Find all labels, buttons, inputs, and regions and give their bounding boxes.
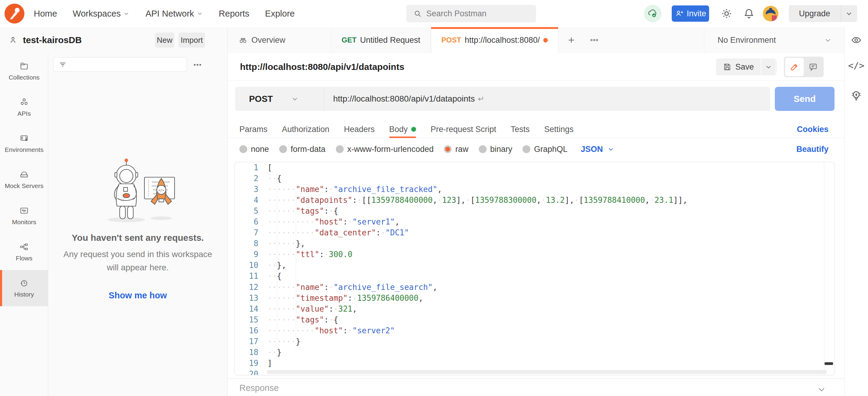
body-mode-graphql[interactable]: GraphQL (523, 145, 567, 154)
cookies-link[interactable]: Cookies (797, 121, 829, 138)
edit-mode-button[interactable] (785, 58, 804, 76)
line-number: 20 (235, 369, 268, 375)
request-title: http://localhost:8080/api/v1/datapoints (240, 53, 404, 81)
sidebar-more-options-icon[interactable] (192, 60, 203, 70)
code-line: 19] (235, 358, 834, 369)
invite-button[interactable]: Invite (672, 5, 709, 22)
nav-item-api-network[interactable]: API Network (145, 9, 203, 19)
code-line: 10··}, (235, 260, 834, 271)
line-number: 17 (235, 336, 268, 347)
sidebar-item-environments[interactable]: Environments (0, 125, 48, 162)
request-tab-authorization[interactable]: Authorization (282, 121, 330, 138)
beautify-link[interactable]: Beautify (796, 138, 829, 160)
request-tab-label: Authorization (282, 125, 330, 134)
request-tab-label: Params (239, 125, 268, 134)
body-mode-x-www-form-urlencoded[interactable]: x-www-form-urlencoded (336, 145, 434, 154)
tab-overview[interactable]: Overview (228, 27, 331, 53)
response-collapse-chevron-icon[interactable] (816, 384, 827, 395)
editor-horizontal-scrollbar[interactable] (267, 370, 827, 374)
chevron-down-icon (824, 36, 832, 44)
request-tab-settings[interactable]: Settings (544, 121, 574, 138)
new-button[interactable]: New (155, 33, 174, 47)
body-language-selector[interactable]: JSON (581, 145, 615, 154)
request-tab-params[interactable]: Params (239, 121, 268, 138)
right-tool-rail: </> (844, 53, 868, 396)
sidebar-item-mock-servers[interactable]: Mock Servers (0, 162, 48, 198)
body-mode-binary[interactable]: binary (479, 145, 513, 154)
sidebar-item-label: APIs (18, 110, 31, 117)
request-tab-tests[interactable]: Tests (511, 121, 530, 138)
notifications-bell-icon[interactable] (742, 7, 755, 20)
body-mode-form-data[interactable]: form-data (279, 145, 326, 154)
tab-more-options-icon[interactable] (589, 35, 599, 45)
upgrade-dropdown-button[interactable] (841, 5, 857, 22)
environment-quick-look[interactable] (844, 27, 868, 53)
save-button[interactable]: Save (716, 59, 761, 75)
sidebar-item-history[interactable]: History (0, 270, 48, 306)
chevron-down-icon (123, 10, 130, 17)
radio-icon (479, 145, 487, 153)
code-line: 5······"tags":·{ (235, 205, 834, 217)
tab-title: Untitled Request (360, 36, 420, 45)
radio-icon (444, 145, 452, 153)
method-value: POST (249, 94, 273, 104)
url-enter-hint: ↵ (478, 94, 485, 103)
body-mode-raw[interactable]: raw (444, 145, 468, 154)
url-input[interactable]: http://localhost:8080/api/v1/datapoints↵ (324, 94, 770, 104)
upgrade-button[interactable]: Upgrade (789, 5, 841, 22)
import-button[interactable]: Import (179, 33, 205, 47)
send-button[interactable]: Send (775, 87, 835, 111)
sync-status-icon[interactable] (644, 5, 661, 22)
response-label: Response (239, 383, 279, 393)
chevron-down-icon (765, 63, 772, 71)
nav-item-label: API Network (145, 9, 194, 19)
code-text: ] (268, 358, 834, 369)
sidebar-item-apis[interactable]: APIs (0, 89, 48, 125)
editor-scrollbar-thumb[interactable] (825, 362, 833, 365)
comments-button[interactable] (804, 58, 823, 76)
postman-app-window: HomeWorkspacesAPI NetworkReportsExplore … (0, 0, 868, 396)
apis-icon (19, 97, 29, 107)
body-mode-none[interactable]: none (239, 145, 269, 154)
save-options-button[interactable] (761, 59, 776, 75)
settings-gear-icon[interactable] (720, 7, 733, 20)
method-selector[interactable]: POST (235, 87, 324, 111)
nav-item-home[interactable]: Home (34, 9, 57, 19)
sidebar-item-flows[interactable]: Flows (0, 234, 48, 270)
history-filter-input[interactable] (53, 57, 187, 72)
code-snippet-icon[interactable]: </> (844, 60, 868, 71)
workspace-name[interactable]: test-kairosDB (23, 27, 82, 53)
global-search-input[interactable]: Search Postman (406, 5, 536, 22)
tab-request-post-http-localhost-8080-[interactable]: POSThttp://localhost:8080/ (431, 27, 559, 53)
comment-icon (808, 62, 818, 72)
nav-item-explore[interactable]: Explore (265, 9, 294, 19)
tab-request-get-untitled-request[interactable]: GETUntitled Request (331, 27, 431, 53)
sidebar-item-monitors[interactable]: Monitors (0, 198, 48, 234)
radio-icon (336, 145, 344, 153)
environment-selector[interactable]: No Environment (704, 27, 844, 53)
line-number: 19 (235, 358, 268, 369)
nav-item-reports[interactable]: Reports (219, 9, 250, 19)
line-number: 10 (235, 260, 268, 271)
code-text: ··{ (268, 271, 834, 282)
user-avatar[interactable] (763, 6, 778, 22)
show-me-how-link[interactable]: Show me how (48, 291, 227, 300)
nav-item-workspaces[interactable]: Workspaces (73, 9, 130, 19)
request-header: http://localhost:8080/api/v1/datapoints … (228, 53, 844, 81)
line-number: 3 (235, 184, 268, 195)
main-nav-links: HomeWorkspacesAPI NetworkReportsExplore (34, 0, 294, 27)
body-mode-row: noneform-datax-www-form-urlencodedrawbin… (228, 138, 844, 160)
body-editor[interactable]: 1[2··{3······"name":·"archive_file_track… (235, 162, 835, 375)
sidebar-item-collections[interactable]: Collections (0, 53, 48, 89)
line-number: 15 (235, 314, 268, 325)
request-tab-body[interactable]: Body (389, 121, 416, 138)
new-tab-plus-icon[interactable] (567, 36, 576, 44)
postman-logo-icon[interactable] (4, 4, 24, 24)
url-value: http://localhost:8080/api/v1/datapoints (333, 94, 475, 103)
request-tab-pre-request-script[interactable]: Pre-request Script (431, 121, 496, 138)
lightbulb-icon[interactable] (849, 89, 863, 102)
invite-label: Invite (687, 9, 706, 19)
code-text: ······"ttl":·300.0 (268, 249, 834, 260)
request-tab-headers[interactable]: Headers (344, 121, 375, 138)
code-text: ··} (268, 347, 834, 358)
